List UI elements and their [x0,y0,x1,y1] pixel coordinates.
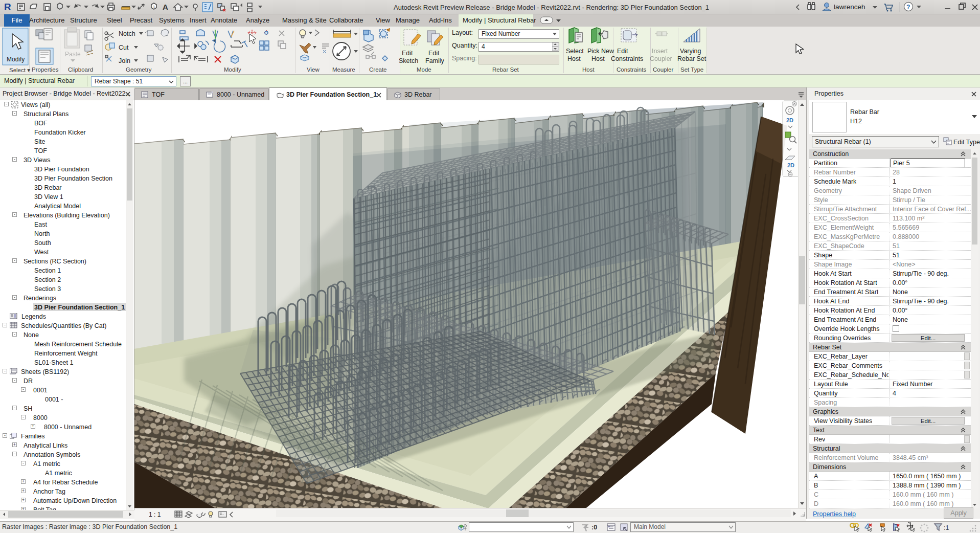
svg-text:Host: Host [591,55,605,62]
svg-text:Coupler: Coupler [650,55,672,62]
svg-text:1: 1 [153,5,155,9]
svg-text:2D: 2D [787,162,794,168]
svg-text:2D: 2D [786,117,793,123]
svg-text:Insert: Insert [652,48,668,55]
svg-text:Join: Join [119,57,130,64]
svg-text:?: ? [906,4,910,11]
svg-text:Rebar Set: Rebar Set [677,55,706,62]
svg-text:Spacing:: Spacing: [452,55,477,62]
svg-text:Cut: Cut [119,44,129,51]
svg-text:Select: Select [566,48,584,55]
svg-text:Family: Family [425,57,445,64]
svg-text:Modify: Modify [7,56,25,63]
svg-text:Constraints: Constraints [611,55,643,62]
svg-text:Pick New: Pick New [587,48,614,55]
svg-text:Quantity:: Quantity: [452,42,477,49]
svg-text:Layout:: Layout: [452,29,473,36]
svg-text:Host: Host [567,55,581,62]
svg-text:Varying: Varying [680,48,701,55]
svg-text:A: A [163,3,168,11]
svg-text:lawrenceh: lawrenceh [834,3,865,11]
svg-text:Edit: Edit [617,48,628,55]
svg-text:Sketch: Sketch [399,57,418,64]
svg-text:Edit: Edit [428,50,440,57]
svg-text:Edit: Edit [402,50,413,57]
svg-text:Paste: Paste [65,51,81,58]
svg-text::1: :1 [944,524,949,531]
svg-text:Notch: Notch [119,30,135,37]
